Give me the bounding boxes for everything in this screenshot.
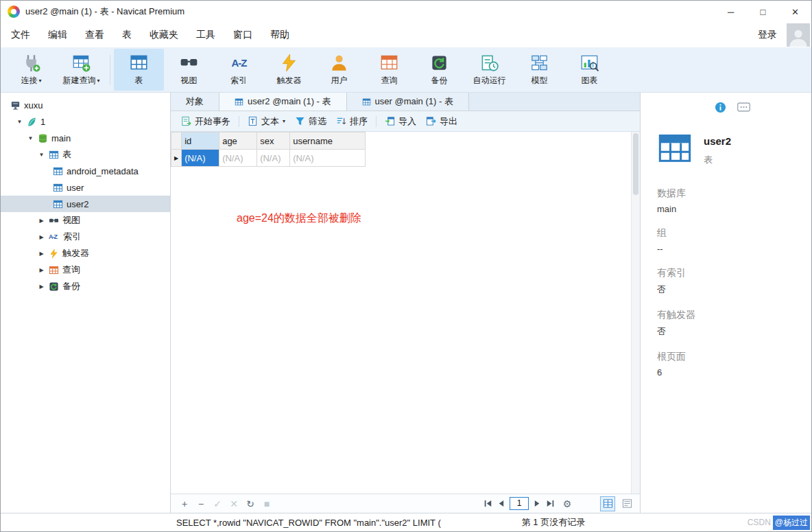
sidebar-item-tables-group[interactable]: ▼ 表 bbox=[1, 146, 170, 163]
grid-settings-button[interactable]: ⚙ bbox=[559, 498, 575, 509]
add-record-button[interactable]: + bbox=[176, 498, 193, 509]
first-page-icon[interactable] bbox=[483, 499, 492, 508]
sidebar-item-connection-xuxu[interactable]: xuxu bbox=[1, 97, 170, 113]
toolbar-charts[interactable]: 图表 bbox=[564, 49, 614, 91]
toolbar-triggers[interactable]: 触发器 bbox=[264, 49, 314, 91]
toolbar-model[interactable]: 模型 bbox=[514, 49, 564, 91]
last-page-icon[interactable] bbox=[546, 499, 555, 508]
tab-label: user @main (1) - 表 bbox=[375, 95, 453, 108]
toolbar-separator bbox=[110, 55, 110, 84]
toolbar-connection-label: 连接 bbox=[21, 75, 37, 86]
toolbar-automation-label: 自动运行 bbox=[473, 75, 506, 86]
discard-changes-button[interactable]: ✕ bbox=[226, 498, 242, 509]
menu-view[interactable]: 查看 bbox=[76, 24, 113, 46]
column-header-sex[interactable]: sex bbox=[257, 132, 290, 150]
property-label: 有触发器 bbox=[657, 309, 811, 321]
sidebar-item-queries-group[interactable]: ▶ 查询 bbox=[1, 262, 170, 278]
scrollbar-thumb[interactable] bbox=[633, 133, 638, 195]
collapsed-arrow-icon[interactable]: ▶ bbox=[38, 267, 45, 273]
grid-cell-id[interactable]: (N/A) bbox=[182, 150, 219, 167]
toolbar-query[interactable]: 查询 bbox=[364, 49, 414, 91]
sidebar-item-schema-main[interactable]: ▼ main bbox=[1, 130, 170, 146]
sidebar-item-backups-group[interactable]: ▶ 备份 bbox=[1, 278, 170, 294]
transaction-icon bbox=[181, 116, 191, 126]
grid-view-button[interactable] bbox=[600, 496, 615, 511]
menu-tools[interactable]: 工具 bbox=[187, 24, 224, 46]
toolbar-views-label: 视图 bbox=[181, 75, 198, 86]
next-page-icon[interactable] bbox=[533, 499, 542, 508]
sidebar-item-label: 索引 bbox=[63, 231, 81, 243]
sidebar-item-table-android-metadata[interactable]: android_metadata bbox=[1, 163, 170, 179]
login-link[interactable]: 登录 bbox=[758, 29, 777, 41]
data-grid: id age sex username ▶ (N/A) (N/A) (N/A) … bbox=[171, 132, 366, 167]
previous-page-icon[interactable] bbox=[497, 499, 505, 508]
collapsed-arrow-icon[interactable]: ▶ bbox=[38, 251, 45, 257]
menu-edit[interactable]: 编辑 bbox=[39, 24, 76, 46]
filter-button[interactable]: 筛选 bbox=[290, 113, 331, 130]
form-view-icon bbox=[622, 498, 632, 509]
details-pane-icon[interactable] bbox=[737, 102, 750, 112]
sidebar-item-triggers-group[interactable]: ▶ 触发器 bbox=[1, 245, 170, 262]
collapsed-arrow-icon[interactable]: ▶ bbox=[38, 284, 45, 290]
tab-user-table[interactable]: user @main (1) - 表 bbox=[347, 93, 469, 111]
sidebar-item-table-user2[interactable]: user2 bbox=[1, 196, 170, 212]
grid-cell-username[interactable]: (N/A) bbox=[290, 150, 366, 167]
grid-cell-sex[interactable]: (N/A) bbox=[257, 150, 290, 167]
menu-window[interactable]: 窗口 bbox=[224, 24, 261, 46]
model-icon bbox=[530, 54, 549, 72]
toolbar-connection[interactable]: 连接▾ bbox=[6, 49, 56, 91]
close-button[interactable]: ✕ bbox=[779, 1, 811, 23]
menu-favorites[interactable]: 收藏夹 bbox=[141, 24, 187, 46]
sidebar-item-table-user[interactable]: user bbox=[1, 179, 170, 196]
apply-changes-button[interactable]: ✓ bbox=[209, 498, 226, 509]
lightning-icon bbox=[280, 54, 298, 72]
tab-user2-table[interactable]: user2 @main (1) - 表 bbox=[219, 93, 347, 111]
grid-cell-age[interactable]: (N/A) bbox=[219, 150, 257, 167]
info-panel-toolbar bbox=[657, 100, 811, 115]
menu-file[interactable]: 文件 bbox=[2, 24, 39, 46]
text-mode-button[interactable]: 文本 ▾ bbox=[243, 113, 290, 130]
toolbar-automation[interactable]: 自动运行 bbox=[464, 49, 514, 91]
toolbar-tables-label: 表 bbox=[135, 75, 143, 86]
info-icon[interactable] bbox=[715, 102, 726, 113]
delete-record-button[interactable]: − bbox=[193, 498, 209, 509]
collapsed-arrow-icon[interactable]: ▶ bbox=[38, 218, 45, 224]
toolbar-backup[interactable]: 备份 bbox=[414, 49, 464, 91]
sidebar-item-database-1[interactable]: ▼ 1 bbox=[1, 113, 170, 130]
import-button[interactable]: 导入 bbox=[380, 113, 421, 130]
menu-help[interactable]: 帮助 bbox=[261, 24, 298, 46]
column-header-age[interactable]: age bbox=[219, 132, 257, 150]
refresh-button[interactable]: ↻ bbox=[242, 498, 259, 509]
sidebar-item-label: android_metadata bbox=[67, 166, 139, 176]
toolbar-views[interactable]: 视图 bbox=[164, 49, 214, 91]
table-icon bbox=[53, 183, 63, 193]
export-button[interactable]: 导出 bbox=[421, 113, 462, 130]
column-header-username[interactable]: username bbox=[290, 132, 366, 150]
expanded-arrow-icon[interactable]: ▼ bbox=[16, 119, 23, 125]
view-icon bbox=[180, 54, 198, 72]
user-avatar[interactable] bbox=[787, 23, 810, 47]
current-row-marker-icon[interactable]: ▶ bbox=[171, 150, 182, 167]
form-view-button[interactable] bbox=[619, 496, 634, 511]
sidebar-item-label: 1 bbox=[40, 117, 45, 127]
minimize-button[interactable]: ─ bbox=[715, 1, 747, 23]
begin-transaction-button[interactable]: 开始事务 bbox=[176, 113, 235, 130]
page-number-input[interactable]: 1 bbox=[510, 497, 529, 510]
toolbar-new-query[interactable]: 新建查询▾ bbox=[56, 49, 106, 91]
toolbar-indexes[interactable]: A-Z 索引 bbox=[214, 49, 264, 91]
tab-objects[interactable]: 对象 bbox=[171, 93, 219, 111]
sidebar-item-views-group[interactable]: ▶ 视图 bbox=[1, 212, 170, 229]
maximize-button[interactable]: □ bbox=[747, 1, 779, 23]
expanded-arrow-icon[interactable]: ▼ bbox=[27, 135, 34, 141]
collapsed-arrow-icon[interactable]: ▶ bbox=[38, 234, 45, 240]
toolbar-users[interactable]: 用户 bbox=[314, 49, 364, 91]
vertical-scrollbar[interactable] bbox=[631, 132, 640, 494]
expanded-arrow-icon[interactable]: ▼ bbox=[38, 152, 45, 158]
column-header-id[interactable]: id bbox=[182, 132, 219, 150]
stop-button[interactable]: ■ bbox=[259, 498, 275, 509]
sort-button[interactable]: 排序 bbox=[331, 113, 372, 130]
sidebar-item-indexes-group[interactable]: ▶ A-Z 索引 bbox=[1, 229, 170, 245]
toolbar-charts-label: 图表 bbox=[582, 75, 598, 86]
menu-table[interactable]: 表 bbox=[113, 24, 141, 46]
toolbar-tables[interactable]: 表 bbox=[114, 49, 164, 91]
